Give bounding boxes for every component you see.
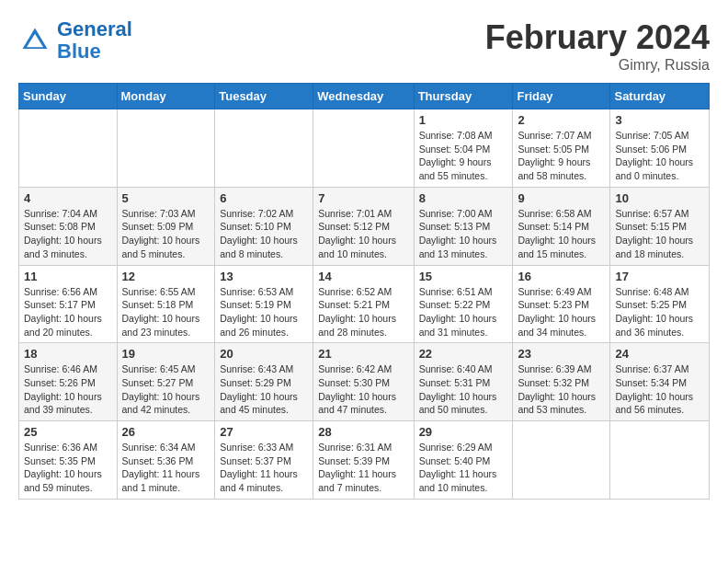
calendar-cell: 5Sunrise: 7:03 AMSunset: 5:09 PMDaylight… (117, 187, 215, 265)
col-friday: Friday (513, 84, 610, 109)
calendar-cell: 23Sunrise: 6:39 AMSunset: 5:32 PMDayligh… (513, 343, 610, 421)
calendar-cell: 19Sunrise: 6:45 AMSunset: 5:27 PMDayligh… (117, 343, 215, 421)
day-info: Sunrise: 6:49 AMSunset: 5:23 PMDaylight:… (518, 285, 605, 339)
logo-text: General Blue (57, 18, 132, 63)
day-number: 19 (122, 347, 210, 361)
day-info: Sunrise: 6:53 AMSunset: 5:19 PMDaylight:… (220, 285, 308, 339)
day-info: Sunrise: 6:37 AMSunset: 5:34 PMDaylight:… (615, 362, 704, 417)
calendar-cell: 26Sunrise: 6:34 AMSunset: 5:36 PMDayligh… (117, 421, 215, 500)
day-info: Sunrise: 7:01 AMSunset: 5:12 PMDaylight:… (318, 207, 408, 261)
calendar-cell: 15Sunrise: 6:51 AMSunset: 5:22 PMDayligh… (414, 265, 513, 343)
day-number: 8 (419, 191, 508, 205)
day-number: 7 (318, 191, 408, 205)
col-tuesday: Tuesday (215, 84, 313, 109)
day-number: 24 (615, 347, 704, 361)
calendar-cell: 9Sunrise: 6:58 AMSunset: 5:14 PMDaylight… (513, 187, 610, 265)
day-number: 2 (518, 113, 605, 127)
day-number: 1 (419, 113, 508, 127)
calendar-cell: 22Sunrise: 6:40 AMSunset: 5:31 PMDayligh… (414, 343, 513, 421)
calendar-cell: 2Sunrise: 7:07 AMSunset: 5:05 PMDaylight… (513, 109, 610, 188)
day-number: 15 (419, 270, 508, 283)
day-number: 21 (318, 347, 408, 361)
day-number: 29 (419, 425, 508, 439)
title-block: February 2024 Gimry, Russia (485, 18, 710, 74)
col-monday: Monday (117, 84, 215, 109)
day-info: Sunrise: 6:29 AMSunset: 5:40 PMDaylight:… (419, 441, 508, 495)
calendar-cell: 1Sunrise: 7:08 AMSunset: 5:04 PMDaylight… (414, 109, 513, 188)
calendar-week-3: 11Sunrise: 6:56 AMSunset: 5:17 PMDayligh… (19, 265, 710, 343)
calendar-cell (513, 421, 610, 500)
calendar-cell: 16Sunrise: 6:49 AMSunset: 5:23 PMDayligh… (513, 265, 610, 343)
day-info: Sunrise: 6:56 AMSunset: 5:17 PMDaylight:… (24, 285, 112, 339)
calendar-cell (215, 109, 313, 188)
day-number: 5 (122, 191, 210, 205)
day-info: Sunrise: 6:46 AMSunset: 5:26 PMDaylight:… (24, 362, 112, 417)
col-wednesday: Wednesday (313, 84, 414, 109)
logo-blue: Blue (57, 40, 101, 63)
calendar-cell: 14Sunrise: 6:52 AMSunset: 5:21 PMDayligh… (313, 265, 414, 343)
calendar-week-5: 25Sunrise: 6:36 AMSunset: 5:35 PMDayligh… (19, 421, 710, 500)
logo: General Blue (18, 18, 132, 63)
day-info: Sunrise: 6:55 AMSunset: 5:18 PMDaylight:… (122, 285, 210, 339)
calendar-cell: 27Sunrise: 6:33 AMSunset: 5:37 PMDayligh… (215, 421, 313, 500)
header-row: Sunday Monday Tuesday Wednesday Thursday… (19, 84, 710, 109)
col-saturday: Saturday (610, 84, 710, 109)
calendar-cell: 29Sunrise: 6:29 AMSunset: 5:40 PMDayligh… (414, 421, 513, 500)
day-number: 6 (220, 191, 308, 205)
calendar-cell: 6Sunrise: 7:02 AMSunset: 5:10 PMDaylight… (215, 187, 313, 265)
day-number: 14 (318, 270, 408, 283)
day-number: 3 (615, 113, 704, 127)
day-number: 23 (518, 347, 605, 361)
day-info: Sunrise: 6:51 AMSunset: 5:22 PMDaylight:… (419, 285, 508, 339)
calendar-cell (117, 109, 215, 188)
calendar-cell (313, 109, 414, 188)
day-number: 12 (122, 270, 210, 283)
day-number: 4 (24, 191, 112, 205)
day-number: 26 (122, 425, 210, 439)
day-info: Sunrise: 6:52 AMSunset: 5:21 PMDaylight:… (318, 285, 408, 339)
day-info: Sunrise: 6:40 AMSunset: 5:31 PMDaylight:… (419, 362, 508, 417)
day-number: 11 (24, 270, 112, 283)
day-info: Sunrise: 7:03 AMSunset: 5:09 PMDaylight:… (122, 207, 210, 261)
day-info: Sunrise: 7:02 AMSunset: 5:10 PMDaylight:… (220, 207, 308, 261)
day-number: 16 (518, 270, 605, 283)
calendar-cell: 7Sunrise: 7:01 AMSunset: 5:12 PMDaylight… (313, 187, 414, 265)
logo-general: General (57, 17, 132, 40)
col-sunday: Sunday (19, 84, 118, 109)
day-info: Sunrise: 6:48 AMSunset: 5:25 PMDaylight:… (615, 285, 704, 339)
day-number: 13 (220, 270, 308, 283)
day-number: 28 (318, 425, 408, 439)
day-number: 22 (419, 347, 508, 361)
day-number: 9 (518, 191, 605, 205)
calendar-cell: 10Sunrise: 6:57 AMSunset: 5:15 PMDayligh… (610, 187, 710, 265)
day-info: Sunrise: 6:58 AMSunset: 5:14 PMDaylight:… (518, 207, 605, 261)
calendar-cell: 8Sunrise: 7:00 AMSunset: 5:13 PMDaylight… (414, 187, 513, 265)
day-info: Sunrise: 6:45 AMSunset: 5:27 PMDaylight:… (122, 362, 210, 417)
col-thursday: Thursday (414, 84, 513, 109)
calendar-cell (19, 109, 118, 188)
location: Gimry, Russia (485, 57, 710, 74)
day-number: 17 (615, 270, 704, 283)
day-info: Sunrise: 7:05 AMSunset: 5:06 PMDaylight:… (615, 129, 704, 183)
day-info: Sunrise: 6:39 AMSunset: 5:32 PMDaylight:… (518, 362, 605, 417)
day-number: 10 (615, 191, 704, 205)
day-number: 20 (220, 347, 308, 361)
calendar-cell: 3Sunrise: 7:05 AMSunset: 5:06 PMDaylight… (610, 109, 710, 188)
day-info: Sunrise: 7:08 AMSunset: 5:04 PMDaylight:… (419, 129, 508, 183)
day-number: 27 (220, 425, 308, 439)
calendar-cell: 4Sunrise: 7:04 AMSunset: 5:08 PMDaylight… (19, 187, 118, 265)
calendar-cell: 28Sunrise: 6:31 AMSunset: 5:39 PMDayligh… (313, 421, 414, 500)
calendar-cell (610, 421, 710, 500)
day-info: Sunrise: 7:07 AMSunset: 5:05 PMDaylight:… (518, 129, 605, 183)
day-number: 25 (24, 425, 112, 439)
day-info: Sunrise: 6:31 AMSunset: 5:39 PMDaylight:… (318, 441, 408, 495)
day-info: Sunrise: 7:04 AMSunset: 5:08 PMDaylight:… (24, 207, 112, 261)
calendar-table: Sunday Monday Tuesday Wednesday Thursday… (18, 83, 710, 500)
logo-icon (18, 24, 51, 57)
calendar-cell: 18Sunrise: 6:46 AMSunset: 5:26 PMDayligh… (19, 343, 118, 421)
page-header: General Blue February 2024 Gimry, Russia (18, 18, 710, 74)
calendar-cell: 25Sunrise: 6:36 AMSunset: 5:35 PMDayligh… (19, 421, 118, 500)
day-number: 18 (24, 347, 112, 361)
calendar-week-2: 4Sunrise: 7:04 AMSunset: 5:08 PMDaylight… (19, 187, 710, 265)
day-info: Sunrise: 6:34 AMSunset: 5:36 PMDaylight:… (122, 441, 210, 495)
